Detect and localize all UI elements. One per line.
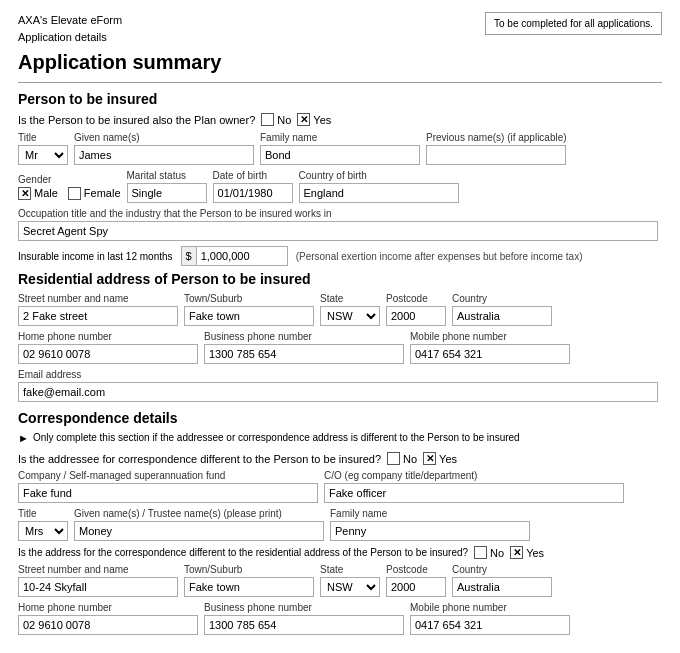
completion-notice: To be completed for all applications. — [485, 12, 662, 35]
corr-home-phone-group: Home phone number — [18, 602, 198, 635]
gender-male-label: Male — [34, 187, 58, 199]
previous-name-input[interactable] — [426, 145, 566, 165]
plan-owner-no-checkbox[interactable] — [261, 113, 274, 126]
income-input-wrap: $ — [181, 246, 288, 266]
corr-family-name-group: Family name — [330, 508, 530, 541]
marital-group: Marital status — [127, 170, 207, 203]
corr-town-input[interactable] — [184, 577, 314, 597]
addressee-no-checkbox[interactable] — [387, 452, 400, 465]
residential-section: Residential address of Person to be insu… — [18, 271, 662, 402]
dob-group: Date of birth — [213, 170, 293, 203]
residential-address-row: Street number and name Town/Suburb State… — [18, 293, 662, 326]
family-name-input[interactable] — [260, 145, 420, 165]
corr-state-select[interactable]: NSWVICQLDACTSAWATASNT — [320, 577, 380, 597]
company-label: Company / Self-managed superannuation fu… — [18, 470, 318, 481]
corr-family-name-input[interactable] — [330, 521, 530, 541]
marital-label: Marital status — [127, 170, 207, 181]
corr-business-phone-input[interactable] — [204, 615, 404, 635]
gender-group: Gender ✕ Male Female — [18, 174, 121, 200]
res-street-label: Street number and name — [18, 293, 178, 304]
addressee-row: Is the addressee for correspondence diff… — [18, 452, 662, 465]
addressee-no-item: No — [387, 452, 417, 465]
res-street-group: Street number and name — [18, 293, 178, 326]
res-street-input[interactable] — [18, 306, 178, 326]
header-left: AXA's Elevate eForm Application details — [18, 12, 122, 45]
corr-business-phone-label: Business phone number — [204, 602, 404, 613]
corr-business-phone-group: Business phone number — [204, 602, 404, 635]
res-town-group: Town/Suburb — [184, 293, 314, 326]
header-divider — [18, 82, 662, 83]
addressee-no-label: No — [403, 453, 417, 465]
corr-country-group: Country — [452, 564, 552, 597]
res-state-label: State — [320, 293, 380, 304]
corr-postcode-group: Postcode — [386, 564, 446, 597]
company-row: Company / Self-managed superannuation fu… — [18, 470, 662, 503]
corr-home-phone-input[interactable] — [18, 615, 198, 635]
family-name-label: Family name — [260, 132, 420, 143]
co-input[interactable] — [324, 483, 624, 503]
country-birth-group: Country of birth — [299, 170, 459, 203]
marital-input[interactable] — [127, 183, 207, 203]
address-diff-yes-checkbox[interactable]: ✕ — [510, 546, 523, 559]
occupation-input[interactable] — [18, 221, 658, 241]
addressee-yes-item: ✕ Yes — [423, 452, 457, 465]
previous-name-group: Previous name(s) (if applicable) — [426, 132, 567, 165]
correspondence-section-title: Correspondence details — [18, 410, 662, 426]
business-phone-input[interactable] — [204, 344, 404, 364]
corr-country-input[interactable] — [452, 577, 552, 597]
corr-postcode-input[interactable] — [386, 577, 446, 597]
address-diff-no-item: No — [474, 546, 504, 559]
income-note: (Personal exertion income after expenses… — [296, 251, 583, 262]
addressee-yes-checkbox[interactable]: ✕ — [423, 452, 436, 465]
corr-address-row: Street number and name Town/Suburb State… — [18, 564, 662, 597]
gender-male-checkbox[interactable]: ✕ — [18, 187, 31, 200]
address-diff-no-checkbox[interactable] — [474, 546, 487, 559]
res-town-input[interactable] — [184, 306, 314, 326]
gender-female-item: Female — [68, 187, 121, 200]
address-diff-question: Is the address for the correspondence di… — [18, 547, 468, 558]
country-birth-input[interactable] — [299, 183, 459, 203]
corr-home-phone-label: Home phone number — [18, 602, 198, 613]
res-town-label: Town/Suburb — [184, 293, 314, 304]
given-name-group: Given name(s) — [74, 132, 254, 165]
home-phone-input[interactable] — [18, 344, 198, 364]
gender-label: Gender — [18, 174, 121, 185]
company-input[interactable] — [18, 483, 318, 503]
correspondence-note-row: ► Only complete this section if the addr… — [18, 432, 662, 448]
name-row: Title MrMrsMsMissDr Given name(s) Family… — [18, 132, 662, 165]
occupation-label: Occupation title and the industry that t… — [18, 208, 662, 219]
corr-title-select[interactable]: MrsMrMsMissDr — [18, 521, 68, 541]
res-state-group: State NSWVICQLDACTSAWATASNT — [320, 293, 380, 326]
gender-female-checkbox[interactable] — [68, 187, 81, 200]
corr-street-input[interactable] — [18, 577, 178, 597]
res-postcode-input[interactable] — [386, 306, 446, 326]
corr-town-label: Town/Suburb — [184, 564, 314, 575]
income-row: Insurable income in last 12 months $ (Pe… — [18, 246, 662, 266]
phone-row: Home phone number Business phone number … — [18, 331, 662, 364]
plan-owner-yes-item: ✕ Yes — [297, 113, 331, 126]
corr-mobile-group: Mobile phone number — [410, 602, 570, 635]
res-country-input[interactable] — [452, 306, 552, 326]
mobile-input[interactable] — [410, 344, 570, 364]
income-label: Insurable income in last 12 months — [18, 251, 173, 262]
page-header: AXA's Elevate eForm Application details … — [18, 12, 662, 45]
business-phone-label: Business phone number — [204, 331, 404, 342]
corr-mobile-input[interactable] — [410, 615, 570, 635]
title-select[interactable]: MrMrsMsMissDr — [18, 145, 68, 165]
corr-country-label: Country — [452, 564, 552, 575]
plan-owner-yes-checkbox[interactable]: ✕ — [297, 113, 310, 126]
plan-owner-no-label: No — [277, 114, 291, 126]
eform-subtitle: Application details — [18, 29, 122, 46]
res-state-select[interactable]: NSWVICQLDACTSAWATASNT — [320, 306, 380, 326]
email-input[interactable] — [18, 382, 658, 402]
email-label: Email address — [18, 369, 662, 380]
given-name-input[interactable] — [74, 145, 254, 165]
dob-input[interactable] — [213, 183, 293, 203]
income-input[interactable] — [197, 248, 287, 264]
co-group: C/O (eg company title/department) — [324, 470, 624, 503]
address-diff-row: Is the address for the correspondence di… — [18, 546, 662, 559]
corr-street-label: Street number and name — [18, 564, 178, 575]
home-phone-label: Home phone number — [18, 331, 198, 342]
corr-given-name-input[interactable] — [74, 521, 324, 541]
corr-town-group: Town/Suburb — [184, 564, 314, 597]
